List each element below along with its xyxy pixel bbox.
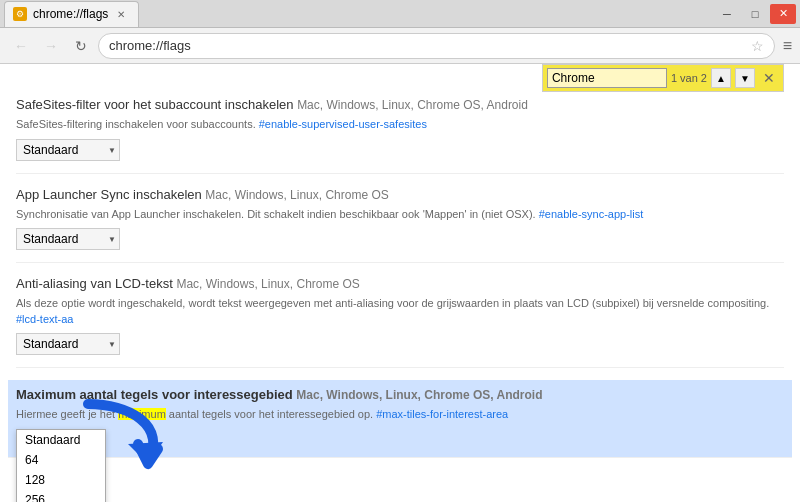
tab-title: chrome://flags (33, 7, 108, 21)
flag-select-wrapper-safesites: Standaard Ingeschakeld Uitgeschakeld ▼ (16, 139, 120, 161)
dropdown-item-standaard[interactable]: Standaard (17, 430, 105, 450)
highlight-text: maximum (118, 408, 166, 420)
bookmark-star-icon[interactable]: ☆ (751, 38, 764, 54)
dropdown-menu-max-tiles: Standaard 64 128 256 512 (16, 429, 106, 502)
flag-section-safesites: SafeSites-filter voor het subaccount ins… (16, 96, 784, 174)
find-bar: 1 van 2 ▲ ▼ ✕ (542, 64, 784, 92)
flag-link-lcd-aa[interactable]: #lcd-text-aa (16, 313, 73, 325)
close-button[interactable]: ✕ (770, 4, 796, 24)
flag-title-safesites: SafeSites-filter voor het subaccount ins… (16, 96, 784, 114)
minimize-button[interactable]: ─ (714, 4, 740, 24)
dropdown-open-wrapper: 512 ▼ Standaard 64 128 256 512 (16, 429, 106, 451)
chrome-menu-icon[interactable]: ≡ (783, 37, 792, 55)
tab-favicon: ⚙ (13, 7, 27, 21)
flag-title-lcd-aa: Anti-aliasing van LCD-tekst Mac, Windows… (16, 275, 784, 293)
main-content: 1 van 2 ▲ ▼ ✕ SafeSites-filter voor het … (0, 64, 800, 502)
maximize-button[interactable]: □ (742, 4, 768, 24)
dropdown-item-128[interactable]: 128 (17, 470, 105, 490)
flag-select-sync-app[interactable]: Standaard Ingeschakeld Uitgeschakeld (16, 228, 120, 250)
find-input[interactable] (547, 68, 667, 88)
flag-section-sync-app: App Launcher Sync inschakelen Mac, Windo… (16, 186, 784, 264)
flag-desc-max-tiles: Hiermee geeft je het maximum aantal tege… (16, 407, 784, 422)
title-bar: ⚙ chrome://flags ✕ ─ □ ✕ (0, 0, 800, 28)
reload-button[interactable]: ↻ (68, 33, 94, 59)
flag-title-max-tiles: Maximum aantal tegels voor interessegebi… (16, 386, 784, 404)
active-tab[interactable]: ⚙ chrome://flags ✕ (4, 1, 139, 27)
back-button[interactable]: ← (8, 33, 34, 59)
address-text: chrome://flags (109, 38, 747, 53)
flag-select-wrapper-lcd-aa: Standaard Ingeschakeld Uitgeschakeld ▼ (16, 333, 120, 355)
flags-content: SafeSites-filter voor het subaccount ins… (0, 64, 800, 502)
flag-desc-lcd-aa: Als deze optie wordt ingeschakeld, wordt… (16, 296, 784, 327)
find-close-button[interactable]: ✕ (759, 68, 779, 88)
flag-title-sync-app: App Launcher Sync inschakelen Mac, Windo… (16, 186, 784, 204)
dropdown-item-64[interactable]: 64 (17, 450, 105, 470)
svg-marker-0 (128, 442, 163, 464)
flag-select-wrapper-sync-app: Standaard Ingeschakeld Uitgeschakeld ▼ (16, 228, 120, 250)
forward-button[interactable]: → (38, 33, 64, 59)
tab-close-button[interactable]: ✕ (114, 7, 128, 21)
address-bar[interactable]: chrome://flags ☆ (98, 33, 775, 59)
flag-section-max-tiles: Maximum aantal tegels voor interessegebi… (8, 380, 792, 458)
find-count: 1 van 2 (671, 72, 707, 84)
flag-link-sync-app[interactable]: #enable-sync-app-list (539, 208, 644, 220)
flag-section-lcd-aa: Anti-aliasing van LCD-tekst Mac, Windows… (16, 275, 784, 368)
find-prev-button[interactable]: ▲ (711, 68, 731, 88)
find-next-button[interactable]: ▼ (735, 68, 755, 88)
flag-link-safesites[interactable]: #enable-supervised-user-safesites (259, 118, 427, 130)
window-controls: ─ □ ✕ (714, 4, 796, 24)
tab-strip: ⚙ chrome://flags ✕ (4, 1, 139, 27)
flag-select-lcd-aa[interactable]: Standaard Ingeschakeld Uitgeschakeld (16, 333, 120, 355)
flag-desc-sync-app: Synchronisatie van App Launcher inschake… (16, 207, 784, 222)
flag-select-safesites[interactable]: Standaard Ingeschakeld Uitgeschakeld (16, 139, 120, 161)
flag-desc-safesites: SafeSites-filtering inschakelen voor sub… (16, 117, 784, 132)
flag-link-max-tiles[interactable]: #max-tiles-for-interest-area (376, 408, 508, 420)
dropdown-item-256[interactable]: 256 (17, 490, 105, 502)
navigation-bar: ← → ↻ chrome://flags ☆ ≡ (0, 28, 800, 64)
